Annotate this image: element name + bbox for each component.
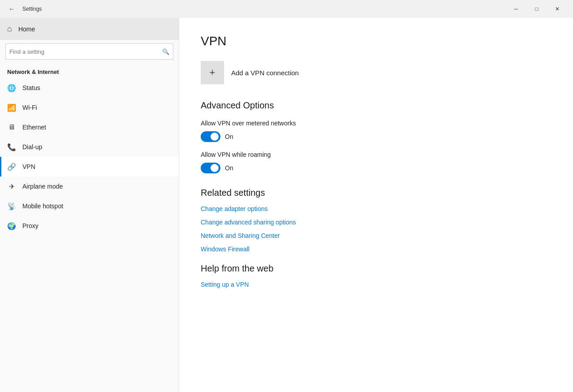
toggle-roaming-knob: [211, 164, 219, 172]
status-label: Status: [22, 84, 40, 91]
toggle-roaming[interactable]: [201, 163, 220, 173]
help-link-0[interactable]: Setting up a VPN: [201, 281, 551, 288]
back-button[interactable]: ←: [5, 3, 18, 15]
vpn-label: VPN: [22, 163, 35, 170]
ethernet-label: Ethernet: [22, 124, 46, 131]
window-controls: ─ □ ✕: [506, 0, 568, 18]
close-button[interactable]: ✕: [547, 0, 568, 18]
sidebar-section-label: Network & Internet: [0, 63, 179, 78]
sidebar-item-vpn[interactable]: 🔗 VPN: [0, 157, 179, 177]
sidebar-item-proxy[interactable]: 🌍 Proxy: [0, 216, 179, 236]
toggle-metered-label: Allow VPN over metered networks: [201, 120, 551, 127]
related-links-container: Change adapter optionsChange advanced sh…: [201, 205, 551, 253]
sidebar-item-wifi[interactable]: 📶 Wi-Fi: [0, 98, 179, 117]
toggle-metered[interactable]: [201, 131, 220, 142]
related-link-0[interactable]: Change adapter options: [201, 205, 551, 212]
wifi-icon: 📶: [7, 103, 16, 112]
toggle-metered-state: On: [225, 133, 233, 140]
search-box[interactable]: 🔍: [5, 43, 173, 60]
main-content: ⌂ Home 🔍 Network & Internet 🌐 Status 📶 W…: [0, 18, 573, 392]
proxy-label: Proxy: [22, 222, 39, 229]
proxy-icon: 🌍: [7, 221, 16, 230]
maximize-button[interactable]: □: [526, 0, 547, 18]
toggle-metered-knob: [211, 133, 219, 141]
hotspot-icon: 📡: [7, 202, 16, 211]
related-settings-title: Related settings: [201, 188, 551, 198]
titlebar-title: Settings: [22, 6, 506, 12]
help-title: Help from the web: [201, 263, 551, 274]
status-icon: 🌐: [7, 83, 16, 92]
home-label: Home: [18, 26, 35, 33]
toggle-roaming-row: Allow VPN while roaming On: [201, 151, 551, 173]
related-link-2[interactable]: Network and Sharing Center: [201, 232, 551, 239]
add-vpn-button[interactable]: + Add a VPN connection: [201, 61, 551, 84]
sidebar-item-ethernet[interactable]: 🖥 Ethernet: [0, 117, 179, 137]
add-vpn-label: Add a VPN connection: [231, 69, 299, 77]
settings-panel: VPN + Add a VPN connection Advanced Opti…: [179, 18, 573, 392]
sidebar-item-airplane[interactable]: ✈ Airplane mode: [0, 177, 179, 196]
page-title: VPN: [201, 34, 551, 48]
hotspot-label: Mobile hotspot: [22, 202, 63, 210]
dialup-label: Dial-up: [22, 143, 42, 151]
sidebar-item-hotspot[interactable]: 📡 Mobile hotspot: [0, 196, 179, 216]
related-link-1[interactable]: Change advanced sharing options: [201, 219, 551, 226]
sidebar: ⌂ Home 🔍 Network & Internet 🌐 Status 📶 W…: [0, 18, 179, 392]
search-input[interactable]: [9, 48, 162, 55]
titlebar: ← Settings ─ □ ✕: [0, 0, 573, 18]
related-link-3[interactable]: Windows Firewall: [201, 246, 551, 253]
minimize-button[interactable]: ─: [506, 0, 526, 18]
wifi-label: Wi-Fi: [22, 104, 37, 111]
nav-items-container: 🌐 Status 📶 Wi-Fi 🖥 Ethernet 📞 Dial-up 🔗 …: [0, 78, 179, 236]
help-links-container: Setting up a VPN: [201, 281, 551, 288]
settings-window: ← Settings ─ □ ✕ ⌂ Home 🔍 Network & Inte…: [0, 0, 573, 392]
toggle-roaming-control: On: [201, 163, 551, 173]
home-icon: ⌂: [7, 24, 12, 34]
search-icon: 🔍: [162, 48, 169, 55]
toggle-roaming-state: On: [225, 164, 233, 172]
add-vpn-plus-icon: +: [201, 61, 224, 84]
airplane-icon: ✈: [7, 182, 16, 191]
sidebar-item-status[interactable]: 🌐 Status: [0, 78, 179, 98]
ethernet-icon: 🖥: [7, 123, 16, 132]
advanced-options-title: Advanced Options: [201, 100, 551, 111]
toggle-roaming-label: Allow VPN while roaming: [201, 151, 551, 158]
sidebar-item-dialup[interactable]: 📞 Dial-up: [0, 137, 179, 157]
airplane-label: Airplane mode: [22, 183, 63, 190]
vpn-icon: 🔗: [7, 162, 16, 171]
dialup-icon: 📞: [7, 142, 16, 151]
toggle-metered-row: Allow VPN over metered networks On: [201, 120, 551, 142]
toggle-metered-control: On: [201, 131, 551, 142]
sidebar-home[interactable]: ⌂ Home: [0, 18, 179, 40]
